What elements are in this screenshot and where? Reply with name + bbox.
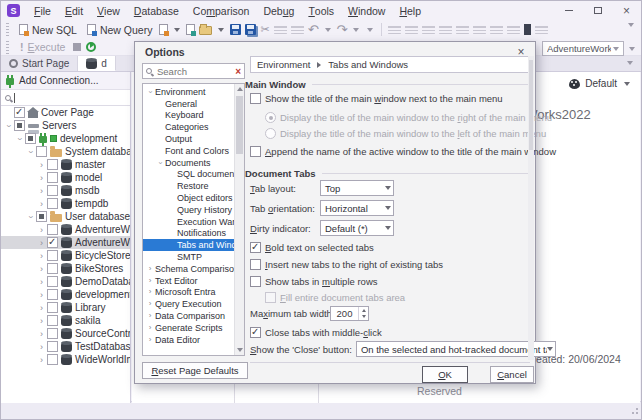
options-search-box[interactable]: × xyxy=(142,63,245,79)
tree-item-wideworld[interactable]: ›WideWorldImporters xyxy=(1,353,130,366)
append-name-checkbox-row[interactable]: Append the name of the active window to … xyxy=(250,146,530,157)
expander-icon[interactable]: › xyxy=(36,329,47,339)
add-connection-button[interactable]: Add Connection... xyxy=(1,72,130,90)
options-node-sql-documents[interactable]: SQL documents xyxy=(143,169,244,181)
multiple-rows-checkbox-row[interactable]: Show tabs in multiple rows xyxy=(250,276,530,287)
indent-decrease-icon[interactable] xyxy=(456,24,469,35)
checkbox[interactable] xyxy=(47,315,58,326)
cancel-button[interactable]: Cancel xyxy=(490,366,534,383)
menu-file[interactable]: File xyxy=(27,1,58,20)
checkbox[interactable] xyxy=(47,185,58,196)
expander-icon[interactable]: › xyxy=(145,87,155,97)
expander-icon[interactable]: › xyxy=(36,264,47,274)
checkbox[interactable] xyxy=(25,133,36,144)
stop-execution-icon[interactable] xyxy=(73,43,81,51)
expander-icon[interactable]: › xyxy=(3,121,14,131)
checkbox[interactable] xyxy=(250,146,261,157)
expander-icon[interactable]: › xyxy=(36,238,47,248)
tree-item-sakila[interactable]: ›sakila xyxy=(1,314,130,327)
options-node-execution-warnings[interactable]: Execution Warnings xyxy=(143,216,244,228)
options-node-output[interactable]: Output xyxy=(143,133,244,145)
options-node-font-and-colors[interactable]: Font and Colors xyxy=(143,145,244,157)
checkbox[interactable] xyxy=(47,159,58,170)
tree-item-bikestores[interactable]: ›BikeStores xyxy=(1,262,130,275)
display-left-radio-row[interactable]: Display the title of the main window to … xyxy=(265,128,545,139)
menu-comparison[interactable]: Comparison xyxy=(186,1,257,20)
redo-dropdown-icon[interactable] xyxy=(353,28,359,32)
options-node-query-execution[interactable]: ›Query Execution xyxy=(143,298,244,310)
checkbox[interactable] xyxy=(47,276,58,287)
checkbox[interactable] xyxy=(250,327,261,338)
show-title-checkbox-row[interactable]: Show the title of the main window next t… xyxy=(250,93,530,104)
execute-button[interactable]: ! Execute xyxy=(17,39,68,56)
redo-icon[interactable]: ↷ xyxy=(337,24,348,35)
save-all-icon[interactable] xyxy=(245,24,256,35)
menu-view[interactable]: View xyxy=(90,1,127,20)
options-node-environment[interactable]: ›Environment xyxy=(143,86,244,98)
new-project-icon[interactable] xyxy=(186,24,195,35)
toolbar-grip[interactable] xyxy=(6,41,9,54)
expander-icon[interactable]: › xyxy=(145,264,155,274)
radio-button[interactable] xyxy=(265,112,276,123)
skin-selector[interactable]: Default xyxy=(569,78,632,89)
expander-icon[interactable]: › xyxy=(36,160,47,170)
maximize-button[interactable] xyxy=(583,1,612,20)
scroll-down-icon[interactable] xyxy=(237,348,243,352)
expander-icon[interactable]: › xyxy=(145,323,155,333)
expander-icon[interactable]: › xyxy=(25,147,36,157)
options-node-smtp[interactable]: SMTP xyxy=(143,251,244,263)
options-node-object-editors[interactable]: Object editors xyxy=(143,192,244,204)
display-right-radio-row[interactable]: Display the title of the main window to … xyxy=(265,112,545,123)
expander-icon[interactable]: › xyxy=(36,355,47,365)
tab-layout-combo[interactable]: Top xyxy=(320,180,394,196)
paste-icon[interactable] xyxy=(291,24,304,35)
insert-new-tabs-checkbox-row[interactable]: Insert new tabs to the right of existing… xyxy=(250,259,530,270)
checkbox[interactable] xyxy=(36,211,47,222)
scroll-up-icon[interactable] xyxy=(237,87,243,91)
options-node-restore[interactable]: Restore xyxy=(143,180,244,192)
checkbox[interactable] xyxy=(47,224,58,235)
checkbox[interactable] xyxy=(250,242,261,253)
radio-button[interactable] xyxy=(265,128,276,139)
checkbox[interactable] xyxy=(250,276,261,287)
options-node-microsoft-entra[interactable]: ›Microsoft Entra xyxy=(143,287,244,299)
expander-icon[interactable]: › xyxy=(36,186,47,196)
open-file-dropdown-icon[interactable] xyxy=(218,28,224,32)
checkbox[interactable] xyxy=(250,93,261,104)
tree-item-user-databases[interactable]: ›User databases xyxy=(1,210,130,223)
expander-icon[interactable]: › xyxy=(145,276,155,286)
expander-icon[interactable]: › xyxy=(145,335,155,345)
checkbox[interactable] xyxy=(47,328,58,339)
resize-grip[interactable] xyxy=(630,408,638,416)
minimize-button[interactable] xyxy=(554,1,583,20)
toolbar-grip[interactable] xyxy=(6,23,9,36)
checkbox[interactable] xyxy=(47,237,58,248)
close-window-button[interactable]: × xyxy=(612,1,641,20)
tab-orientation-combo[interactable]: Horizontal xyxy=(320,200,394,216)
save-icon[interactable] xyxy=(230,24,241,35)
new-sql-button[interactable]: New SQL xyxy=(16,21,80,38)
toolbar-overflow-icon[interactable] xyxy=(628,23,634,27)
options-node-general[interactable]: General xyxy=(143,98,244,110)
expander-icon[interactable]: › xyxy=(36,173,47,183)
tree-item-demodatabase[interactable]: ›DemoDatabase xyxy=(1,275,130,288)
next-bookmark-icon[interactable] xyxy=(535,24,548,35)
checkbox[interactable] xyxy=(47,289,58,300)
reset-page-defaults-button[interactable]: Reset Page Defaults xyxy=(142,362,248,379)
expander-icon[interactable]: › xyxy=(145,299,155,309)
tree-item-servers[interactable]: ›Servers xyxy=(1,119,130,132)
checkbox[interactable] xyxy=(47,198,58,209)
checkbox[interactable] xyxy=(47,341,58,352)
options-node-notifications[interactable]: Notifications xyxy=(143,228,244,240)
menu-window[interactable]: Window xyxy=(341,1,392,20)
indent-increase-icon[interactable] xyxy=(473,24,486,35)
bold-text-checkbox-row[interactable]: Bold text on selected tabs xyxy=(250,242,530,253)
close-button-combo[interactable]: On the selected and hot-tracked document… xyxy=(356,341,556,357)
tree-item-model[interactable]: ›model xyxy=(1,171,130,184)
expander-icon[interactable]: › xyxy=(155,158,165,168)
options-node-query-history[interactable]: Query History xyxy=(143,204,244,216)
expander-icon[interactable]: › xyxy=(36,342,47,352)
tree-item-master[interactable]: ›master xyxy=(1,158,130,171)
cut-icon[interactable]: ✂ xyxy=(260,24,269,35)
expander-icon[interactable]: › xyxy=(36,225,47,235)
